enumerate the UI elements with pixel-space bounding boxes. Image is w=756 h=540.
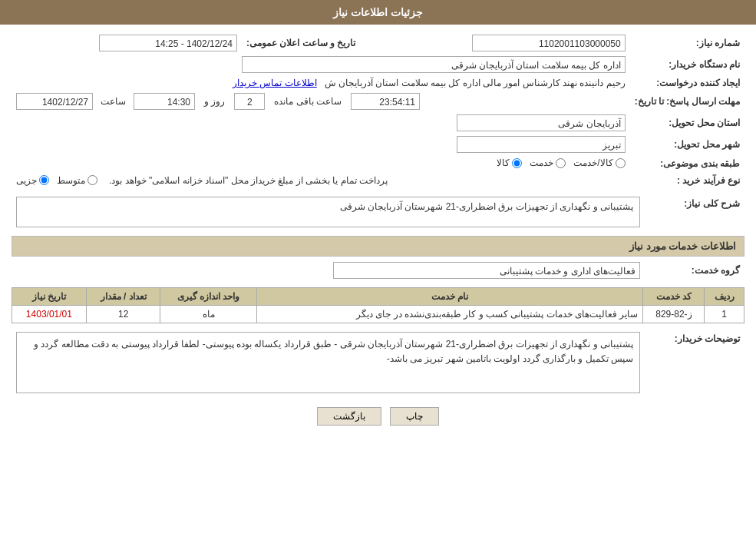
table-row: نوع فرآیند خرید : متوسط جزیی — [12, 173, 744, 188]
announce-datetime-value: 1402/12/24 - 14:25 — [12, 32, 242, 54]
info-table: شماره نیاز: 1102001103000050 تاریخ و ساع… — [12, 32, 744, 188]
table-row: مهلت ارسال پاسخ: تا تاریخ: 1402/12/27 سا… — [12, 91, 744, 112]
cell-row: 1 — [705, 305, 744, 323]
print-button[interactable]: چاپ — [390, 407, 439, 426]
purchase-type-note: پرداخت تمام یا بخشی از مبلغ خریداز محل "… — [109, 175, 388, 186]
service-info-header: اطلاعات خدمات مورد نیاز — [12, 236, 744, 257]
col-count: تعداد / مقدار — [86, 287, 160, 305]
purchase-type-mutawaset-radio[interactable] — [87, 175, 97, 185]
province-field: آذربایجان شرقی — [457, 114, 626, 131]
buyer-org-field: اداره کل بیمه سلامت استان آذربایجان شرقی — [242, 56, 626, 73]
province-value: آذربایجان شرقی — [12, 112, 630, 134]
request-number-label: شماره نیاز: — [630, 32, 744, 54]
cell-date: 1403/01/01 — [12, 305, 87, 323]
announce-datetime-label: تاریخ و ساعت اعلان عمومی: — [242, 32, 360, 54]
table-header-row: ردیف کد خدمت نام خدمت واحد اندازه گیری ت… — [12, 287, 744, 305]
table-row: ایجاد کننده درخواست: رحیم دانینده نهند ک… — [12, 75, 744, 91]
category-kala-khidmat-radio[interactable] — [616, 158, 626, 168]
table-row: شماره نیاز: 1102001103000050 تاریخ و ساع… — [12, 32, 744, 54]
city-field: تبریز — [457, 136, 626, 153]
cell-count: 12 — [86, 305, 160, 323]
table-row: طبقه بندی موضوعی: کالا/خدمت خدمت — [12, 155, 744, 173]
deadline-row: 1402/12/27 ساعت 14:30 روز و 2 ساعت باقی … — [12, 91, 630, 112]
table-row: استان محل تحویل: آذربایجان شرقی — [12, 112, 744, 134]
cell-unit: ماه — [160, 305, 256, 323]
description-label: شرح کلی نیاز: — [645, 194, 744, 230]
category-kala-khidmat: کالا/خدمت — [573, 157, 625, 168]
category-kala: کالا — [497, 157, 522, 168]
creator-contact-link[interactable]: اطلاعات تماس خریدار — [233, 78, 317, 88]
buyer-notes-value: پشتیبانی و نگهداری از تجهیزات برق اضطرار… — [12, 330, 645, 396]
col-row: ردیف — [705, 287, 744, 305]
creator-value: رحیم دانینده نهند کارشناس امور مالی ادار… — [12, 75, 630, 91]
table-row: 1 ز-82-829 سایر فعالیت‌های خدمات پشتیبان… — [12, 305, 744, 323]
time-label: ساعت — [101, 96, 126, 107]
back-button[interactable]: بازگشت — [317, 407, 381, 426]
notes-box: پشتیبانی و نگهداری از تجهیزات برق اضطرار… — [16, 332, 640, 393]
buyer-notes-label: توضیحات خریدار: — [645, 330, 744, 396]
main-content: شماره نیاز: 1102001103000050 تاریخ و ساع… — [0, 25, 756, 441]
table-row: نام دستگاه خریدار: اداره کل بیمه سلامت ا… — [12, 54, 744, 75]
buyer-notes-table: توضیحات خریدار: پشتیبانی و نگهداری از تج… — [12, 330, 744, 396]
purchase-type-radio-group: متوسط جزیی — [16, 175, 97, 186]
table-row: گروه خدمت: فعالیت‌های اداری و خدمات پشتی… — [12, 260, 744, 281]
deadline-label: مهلت ارسال پاسخ: تا تاریخ: — [630, 91, 744, 112]
buyer-org-value: اداره کل بیمه سلامت استان آذربایجان شرقی — [12, 54, 630, 75]
announce-datetime-field: 1402/12/24 - 14:25 — [99, 35, 237, 51]
table-row: شرح کلی نیاز: پشتیبانی و نگهداری از تجهی… — [12, 194, 744, 230]
city-label: شهر محل تحویل: — [630, 134, 744, 155]
buyer-org-label: نام دستگاه خریدار: — [630, 54, 744, 75]
cell-name: سایر فعالیت‌های خدمات پشتیبانی کسب و کار… — [256, 305, 643, 323]
deadline-days-field: 2 — [234, 93, 265, 110]
purchase-type-label: نوع فرآیند خرید : — [630, 173, 744, 188]
col-name: نام خدمت — [256, 287, 643, 305]
category-khidmat: خدمت — [530, 157, 566, 168]
purchase-type-row: متوسط جزیی پرداخت تمام یا بخشی از مبلغ خ… — [12, 173, 630, 188]
service-group-table: گروه خدمت: فعالیت‌های اداری و خدمات پشتی… — [12, 260, 744, 281]
purchase-type-jozei: جزیی — [16, 175, 49, 186]
request-number-value: 1102001103000050 — [375, 32, 629, 54]
col-date: تاریخ نیاز — [12, 287, 87, 305]
button-row: چاپ بازگشت — [12, 407, 744, 426]
description-box: پشتیبانی و نگهداری از تجهیزات برق اضطرار… — [16, 197, 640, 227]
province-label: استان محل تحویل: — [630, 112, 744, 134]
service-group-value: فعالیت‌های اداری و خدمات پشتیبانی — [12, 260, 645, 281]
col-code: کد خدمت — [643, 287, 705, 305]
creator-label: ایجاد کننده درخواست: — [630, 75, 744, 91]
service-table: ردیف کد خدمت نام خدمت واحد اندازه گیری ت… — [12, 287, 744, 323]
category-radio-group: کالا/خدمت خدمت کالا — [497, 157, 625, 168]
purchase-type-mutawaset: متوسط — [57, 175, 97, 186]
cell-code: ز-82-829 — [643, 305, 705, 323]
city-value: تبریز — [12, 134, 630, 155]
table-row: توضیحات خریدار: پشتیبانی و نگهداری از تج… — [12, 330, 744, 396]
deadline-remaining-field: 23:54:11 — [351, 93, 420, 110]
service-group-label: گروه خدمت: — [645, 260, 744, 281]
deadline-date-field: 1402/12/27 — [16, 93, 93, 110]
remaining-label: ساعت باقی مانده — [274, 96, 342, 107]
col-unit: واحد اندازه گیری — [160, 287, 256, 305]
page-wrapper: جزئیات اطلاعات نیاز شماره نیاز: 11020011… — [0, 0, 756, 540]
request-number-field: 1102001103000050 — [472, 35, 626, 51]
description-value: پشتیبانی و نگهداری از تجهیزات برق اضطرار… — [12, 194, 645, 230]
page-header: جزئیات اطلاعات نیاز — [0, 0, 756, 25]
page-title: جزئیات اطلاعات نیاز — [333, 6, 423, 18]
service-group-field: فعالیت‌های اداری و خدمات پشتیبانی — [333, 262, 640, 279]
category-kala-radio[interactable] — [512, 158, 522, 168]
category-khidmat-radio[interactable] — [556, 158, 566, 168]
table-row: شهر محل تحویل: تبریز — [12, 134, 744, 155]
deadline-time-field: 14:30 — [134, 93, 195, 110]
category-label: طبقه بندی موضوعی: — [630, 155, 744, 173]
description-table: شرح کلی نیاز: پشتیبانی و نگهداری از تجهی… — [12, 194, 744, 230]
days-label: روز و — [204, 96, 225, 107]
purchase-type-jozei-radio[interactable] — [39, 175, 49, 185]
category-options: کالا/خدمت خدمت کالا — [12, 155, 630, 173]
